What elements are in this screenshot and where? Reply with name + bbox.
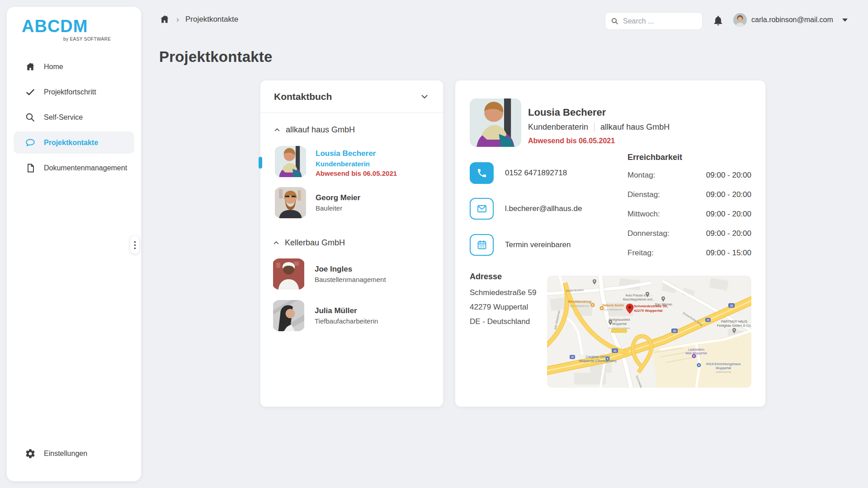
app-logo-text: ABCDM <box>22 17 88 36</box>
sidebar-item-label: Home <box>44 63 63 71</box>
availability-day: Montag: <box>627 171 655 180</box>
svg-text:46: 46 <box>707 319 710 321</box>
sidebar-item-label: Self-Service <box>44 113 83 122</box>
sidebar-nav: Home Projektfortschritt Self-Service Pro… <box>14 56 134 182</box>
svg-text:Sakura Sushi: Sakura Sushi <box>602 303 624 307</box>
contact-name: Georg Meier <box>316 193 360 202</box>
contact-role: Bauleiter <box>316 204 342 212</box>
availability-day: Mittwoch: <box>627 210 660 219</box>
sidebar-item-projektfortschritt[interactable]: Projektfortschritt <box>14 81 134 103</box>
divider <box>260 113 443 113</box>
detail-absence: Abwesend bis 06.05.2021 <box>528 137 615 145</box>
contact-name: Julia Müller <box>315 306 357 315</box>
envelope-icon <box>476 203 487 214</box>
breadcrumb-current[interactable]: Projektkontakte <box>185 15 238 24</box>
breadcrumb-home-icon[interactable] <box>159 14 170 25</box>
svg-text:46: 46 <box>673 329 676 333</box>
availability-row: Mittwoch: 09:00 - 20:00 <box>627 210 751 219</box>
svg-text:Westfalenkrug: Westfalenkrug <box>568 300 591 304</box>
contact-name: Joe Ingles <box>315 265 352 274</box>
contact-detail-card: Lousia Becherer Kundenberaterin allkauf … <box>455 80 765 407</box>
call-button[interactable] <box>470 162 494 184</box>
sidebar-item-label: Projektfortschritt <box>44 88 96 96</box>
detail-name: Lousia Becherer <box>528 107 606 118</box>
location-map[interactable]: 46 46 46 46 46 <box>547 276 751 388</box>
availability-title: Erreichbarkeit <box>627 153 682 162</box>
chevron-up-icon <box>272 239 280 247</box>
search-icon <box>611 17 619 25</box>
calendar-button[interactable] <box>470 234 494 256</box>
appointment-label[interactable]: Termin vereinbaren <box>505 240 571 249</box>
phone-action: 0152 6471892718 <box>470 162 567 184</box>
search-icon <box>25 112 36 123</box>
app-logo-subtext: by EASY SOFTWARE <box>63 37 111 42</box>
phone-number[interactable]: 0152 6471892718 <box>505 169 567 178</box>
contact-avatar <box>274 187 307 218</box>
contact-avatar <box>272 300 305 331</box>
detail-avatar <box>470 99 521 147</box>
svg-text:42279 Wuppertal: 42279 Wuppertal <box>634 309 662 313</box>
page-title: Projektkontakte <box>159 48 273 66</box>
contact-role: Tiefbaufacharbeiterin <box>315 317 378 325</box>
search-input[interactable] <box>623 17 697 25</box>
availability-hours: 09:00 - 15:00 <box>706 249 751 258</box>
selected-contact-indicator <box>259 157 262 169</box>
app-logo: ABCDM by EASY SOFTWARE <box>22 17 88 36</box>
availability-hours: 09:00 - 20:00 <box>706 210 751 219</box>
sidebar-item-home[interactable]: Home <box>14 56 134 78</box>
email-action: l.becherer@allhaus.de <box>470 198 582 220</box>
sidebar-collapse-handle[interactable] <box>130 236 139 254</box>
svg-text:Ikea Wuppertal: Ikea Wuppertal <box>686 352 707 355</box>
availability-row: Montag: 09:00 - 20:00 <box>627 171 751 180</box>
availability-hours: 09:00 - 20:00 <box>706 171 751 180</box>
svg-text:Lieferservice: Lieferservice <box>716 371 731 373</box>
sidebar-item-self-service[interactable]: Self-Service <box>14 106 134 128</box>
check-icon <box>25 87 36 98</box>
svg-text:Zum Möddemer: Zum Möddemer <box>604 308 623 311</box>
sidebar-item-projektkontakte[interactable]: Projektkontakte <box>14 131 134 154</box>
contact-group-name: allkauf haus GmbH <box>286 125 355 135</box>
sidebar-item-dokumentenmanagement[interactable]: Dokumentenmanagement <box>14 157 134 179</box>
divider <box>594 123 594 132</box>
chevron-down-icon <box>420 92 429 102</box>
contact-role: Baustellenmanagement <box>315 276 386 283</box>
svg-text:IKEA Einrichtungshaus: IKEA Einrichtungshaus <box>706 362 741 366</box>
email-address[interactable]: l.becherer@allhaus.de <box>505 204 582 213</box>
contact-status: Abwesend bis 06.05.2021 <box>316 169 397 177</box>
availability-day: Freitag: <box>627 249 654 258</box>
notification-bell-icon[interactable] <box>712 15 724 27</box>
phone-icon <box>476 168 487 178</box>
contact-group-header[interactable]: allkauf haus GmbH <box>273 125 355 135</box>
chevron-down-icon <box>842 19 848 22</box>
contact-book-card: Kontaktbuch allkauf haus GmbH Lousia Bec… <box>260 80 443 407</box>
svg-text:46: 46 <box>571 356 574 358</box>
svg-text:Carglass GmbH: Carglass GmbH <box>585 355 609 359</box>
home-icon <box>25 61 36 72</box>
availability-day: Donnerstag: <box>627 229 670 238</box>
breadcrumb-separator: › <box>176 15 179 24</box>
email-button[interactable] <box>470 198 494 220</box>
sidebar-footer: Einstellungen <box>14 442 134 468</box>
svg-text:Wuppertal (Oberbarmen): Wuppertal (Oberbarmen) <box>579 359 617 363</box>
svg-text:Schmiedestraße 59,: Schmiedestraße 59, <box>634 304 668 308</box>
user-email: carla.robinson@mail.com <box>751 16 833 24</box>
svg-text:Abschleppdienst und...: Abschleppdienst und... <box>623 298 655 301</box>
appointment-action: Termin vereinbaren <box>470 234 571 256</box>
contact-book-header[interactable]: Kontaktbuch <box>260 80 443 113</box>
chat-bubble-icon <box>25 137 36 148</box>
address-title: Adresse <box>470 272 502 282</box>
svg-text:Fertigbau GmbH & Co.: Fertigbau GmbH & Co. <box>717 324 751 328</box>
breadcrumb: › Projektkontakte <box>159 14 238 25</box>
availability-hours: 09:00 - 20:00 <box>706 190 751 199</box>
svg-text:PARTNER HAUS: PARTNER HAUS <box>721 319 747 324</box>
sidebar-item-label: Projektkontakte <box>44 139 98 147</box>
calendar-icon <box>476 239 487 250</box>
sidebar-item-einstellungen[interactable]: Einstellungen <box>14 442 134 465</box>
sidebar-item-label: Einstellungen <box>44 450 87 458</box>
user-menu[interactable]: carla.robinson@mail.com <box>733 13 848 27</box>
address-line: Schmiedestraße 59 <box>470 288 536 297</box>
detail-role: Kundenberaterin <box>528 122 588 132</box>
contact-group-header[interactable]: Kellerbau GmbH <box>272 238 345 248</box>
availability-row: Donnerstag: 09:00 - 20:00 <box>627 229 751 238</box>
user-avatar <box>733 13 747 27</box>
